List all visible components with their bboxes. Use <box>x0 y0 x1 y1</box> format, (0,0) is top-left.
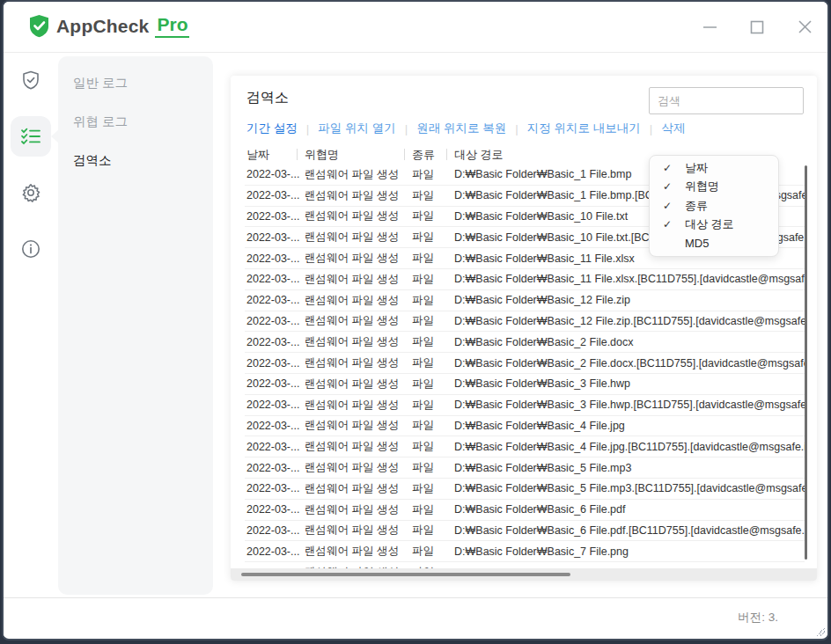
cell-date: 2022-03-... <box>245 315 303 327</box>
cell-date: 2022-03-... <box>245 294 303 306</box>
horizontal-scrollbar-track[interactable] <box>231 568 817 581</box>
sidebar: 일반 로그위협 로그검역소 <box>58 56 213 595</box>
cell-date: 2022-03-... <box>245 252 303 265</box>
nav-item-settings[interactable] <box>11 172 51 213</box>
cell-type: 파일 <box>410 502 452 517</box>
cell-threat: 랜섬웨어 파일 생성 <box>303 167 410 182</box>
cell-type: 파일 <box>410 439 452 454</box>
table-row[interactable]: 2022-03-...랜섬웨어 파일 생성파일D:₩Basic Folder₩B… <box>245 269 805 290</box>
cell-date: 2022-03-... <box>245 357 303 370</box>
table-row[interactable]: 2022-03-...랜섬웨어 파일 생성파일D:₩Basic Folder₩B… <box>245 290 805 311</box>
close-button[interactable] <box>794 17 815 38</box>
minimize-button[interactable] <box>699 17 720 38</box>
column-header-0[interactable]: 날짜 <box>245 145 303 165</box>
table-row[interactable]: 2022-03-...랜섬웨어 파일 생성파일D:₩Basic Folder₩B… <box>245 479 805 500</box>
cell-path: D:₩Basic Folder₩Basic_12 File.zip.[BC11D… <box>452 315 805 327</box>
table-row[interactable]: 2022-03-...랜섬웨어 파일 생성파일D:₩Basic Folder₩B… <box>245 395 805 416</box>
window-controls <box>699 2 815 52</box>
app-window: AppCheck Pro <box>2 0 829 640</box>
table-row[interactable]: 2022-03-...랜섬웨어 파일 생성파일D:₩Basic Folder₩B… <box>245 311 805 333</box>
cell-path: D:₩Basic Folder₩Basic_11 File.xlsx.[BC11… <box>452 273 805 285</box>
cell-date: 2022-03-... <box>245 524 303 537</box>
cell-threat: 랜섬웨어 파일 생성 <box>303 355 410 370</box>
info-icon <box>20 238 41 260</box>
cell-path: D:₩Basic Folder₩Basic_2 File.docx.[BC11D… <box>452 357 805 370</box>
cell-date: 2022-03-... <box>245 210 303 223</box>
sidebar-item-0[interactable]: 일반 로그 <box>58 63 213 102</box>
cell-date: 2022-03-... <box>245 441 303 453</box>
nav-rail <box>4 53 58 637</box>
cell-threat: 랜섬웨어 파일 생성 <box>303 460 410 475</box>
cell-threat: 랜섬웨어 파일 생성 <box>303 481 410 496</box>
sidebar-item-2[interactable]: 검역소 <box>58 141 213 179</box>
cell-date: 2022-03-... <box>245 399 303 411</box>
column-header-2[interactable]: 종류 <box>410 145 452 165</box>
cell-date: 2022-03-... <box>245 503 303 516</box>
column-divider <box>404 149 405 160</box>
search-box <box>649 87 804 114</box>
table-row[interactable]: 2022-03-...랜섬웨어 파일 생성파일D:₩Basic Folder₩B… <box>245 500 805 521</box>
resize-grip-icon[interactable] <box>816 627 825 636</box>
cell-path: D:₩Basic Folder₩Basic_6 File.pdf <box>452 503 805 516</box>
quarantine-panel: 검역소 기간 설정|파일 위치 열기|원래 위치로 복원|지정 위치로 내보내기… <box>231 76 817 581</box>
toolbar-link-1[interactable]: 파일 위치 열기 <box>318 121 396 136</box>
cell-type: 파일 <box>410 418 452 433</box>
cell-date: 2022-03-... <box>245 420 303 432</box>
maximize-button[interactable] <box>746 17 768 38</box>
cell-type: 파일 <box>410 293 452 308</box>
sidebar-item-1[interactable]: 위협 로그 <box>58 102 213 141</box>
toolbar-link-2[interactable]: 원래 위치로 복원 <box>416 121 506 136</box>
context-menu-item-1[interactable]: ✓위협명 <box>650 178 778 197</box>
nav-item-logs[interactable] <box>11 116 51 157</box>
search-input[interactable] <box>650 88 803 113</box>
table-row[interactable]: 2022-03-...랜섬웨어 파일 생성파일D:₩Basic Folder₩B… <box>245 521 805 542</box>
table-row[interactable]: 2022-03-...랜섬웨어 파일 생성파일D:₩Basic Folder₩B… <box>245 436 805 457</box>
cell-type: 파일 <box>410 167 452 182</box>
table-row[interactable]: 2022-03-...랜섬웨어 파일 생성파일D:₩Basic Folder₩B… <box>245 374 805 395</box>
table-row[interactable]: 2022-03-...랜섬웨어 파일 생성파일D:₩Basic Folder₩B… <box>245 353 805 374</box>
nav-item-about[interactable] <box>11 229 51 269</box>
cell-path: D:₩Basic Folder₩Basic_12 File.zip <box>452 294 805 306</box>
titlebar: AppCheck Pro <box>4 2 827 53</box>
table-row[interactable]: 2022-03-...랜섬웨어 파일 생성파일D:₩Basic Folder₩B… <box>245 332 805 353</box>
cell-type: 파일 <box>410 523 452 538</box>
context-menu-label: 날짜 <box>685 160 708 176</box>
context-menu-item-2[interactable]: ✓종류 <box>650 196 778 216</box>
vertical-scrollbar[interactable] <box>805 165 807 560</box>
cell-path: D:₩Basic Folder₩Basic_6 File.pdf.[BC11D7… <box>452 524 805 537</box>
checkmark-icon: ✓ <box>650 218 685 231</box>
toolbar-link-0[interactable]: 기간 설정 <box>246 121 298 136</box>
context-menu-label: 대상 경로 <box>685 216 734 232</box>
cell-path: D:₩Basic Folder₩Basic_3 File.hwp <box>452 377 805 390</box>
toolbar-link-4[interactable]: 삭제 <box>661 121 685 136</box>
cell-date: 2022-03-... <box>245 377 303 390</box>
horizontal-scrollbar-thumb[interactable] <box>241 573 570 576</box>
cell-date: 2022-03-... <box>245 482 303 494</box>
context-menu-item-0[interactable]: ✓날짜 <box>650 158 778 178</box>
cell-path: D:₩Basic Folder₩Basic_7 File.png <box>452 545 805 558</box>
context-menu-label: 종류 <box>685 198 708 214</box>
context-menu-item-3[interactable]: ✓대상 경로 <box>650 216 778 235</box>
table-row[interactable]: 2022-03-...랜섬웨어 파일 생성파일D:₩Basic Folder₩B… <box>245 416 805 437</box>
table-row[interactable]: 2022-03-...랜섬웨어 파일 생성파일D:₩Basic Folder₩B… <box>245 457 805 479</box>
nav-item-protection[interactable] <box>11 60 51 100</box>
context-menu-item-4[interactable]: MD5 <box>650 234 778 253</box>
cell-date: 2022-03-... <box>245 189 303 201</box>
cell-type: 파일 <box>410 377 452 392</box>
cell-date: 2022-03-... <box>245 273 303 285</box>
toolbar-link-3[interactable]: 지정 위치로 내보내기 <box>527 121 641 136</box>
brand-name: AppCheck <box>56 16 149 37</box>
cell-threat: 랜섬웨어 파일 생성 <box>303 313 410 328</box>
table-row[interactable]: 2022-03-...랜섬웨어 파일 생성파일D:₩Basic Folder₩B… <box>245 541 805 562</box>
cell-path: D:₩Basic Folder₩Basic_4 File.jpg <box>452 420 805 432</box>
toolbar-separator: | <box>515 122 518 135</box>
cell-threat: 랜섬웨어 파일 생성 <box>303 502 410 517</box>
cell-type: 파일 <box>410 209 452 223</box>
cell-date: 2022-03-... <box>245 336 303 348</box>
cell-type: 파일 <box>410 398 452 413</box>
toolbar-separator: | <box>405 122 408 135</box>
column-context-menu: ✓날짜✓위협명✓종류✓대상 경로MD5 <box>649 155 779 257</box>
cell-path: D:₩Basic Folder₩Basic_2 File.docx <box>452 336 805 348</box>
cell-type: 파일 <box>410 460 452 475</box>
column-header-1[interactable]: 위협명 <box>303 145 410 165</box>
